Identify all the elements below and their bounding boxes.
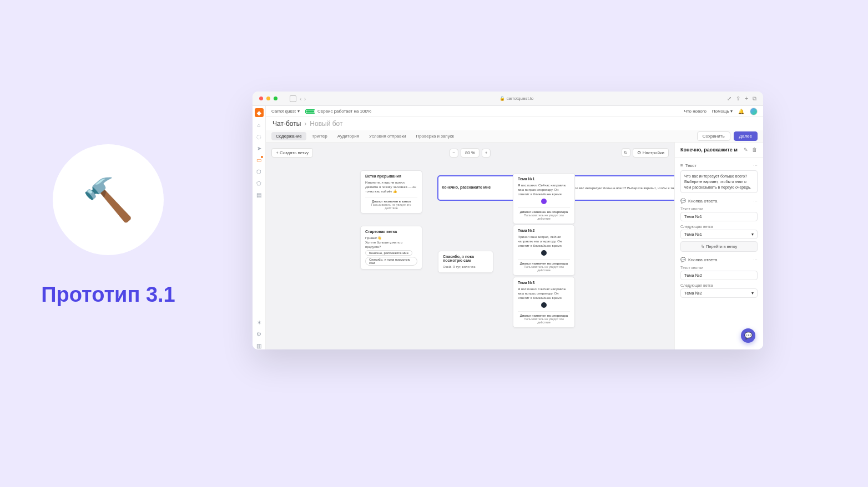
traffic-max-icon[interactable] bbox=[274, 97, 277, 100]
delete-icon[interactable]: 🗑 bbox=[752, 147, 758, 153]
nav-back-icon[interactable]: ‹ bbox=[300, 95, 302, 102]
traffic-close-icon[interactable] bbox=[259, 97, 263, 100]
inspector-body: ≡ Текст ⋯ Что вас интересует больше всег… bbox=[675, 158, 763, 349]
tab-review[interactable]: Проверка и запуск bbox=[412, 132, 459, 140]
next-branch-select[interactable]: Тема №2 ▾ bbox=[680, 288, 758, 298]
notifications-icon[interactable]: 🔔 bbox=[738, 109, 744, 114]
chat-fab-button[interactable]: 💬 bbox=[741, 328, 755, 343]
section-text: ≡ Текст ⋯ Что вас интересует больше всег… bbox=[680, 163, 758, 193]
node-body: Я вас понял. Сейчас направлю ваш вопрос … bbox=[518, 183, 570, 196]
node-body: Я вас понял. Сейчас направлю ваш вопрос … bbox=[518, 287, 570, 300]
answer-text-input[interactable] bbox=[680, 271, 758, 280]
reader-icon[interactable]: ⤢ bbox=[727, 95, 731, 102]
tab-trigger[interactable]: Триггер bbox=[307, 132, 332, 140]
node-title: Тема №3 bbox=[518, 281, 570, 285]
node-chip[interactable]: Конечно, расскажите мне bbox=[365, 250, 412, 256]
operator-avatar-icon bbox=[541, 250, 547, 256]
node-title: Ветка прерывания bbox=[365, 174, 417, 178]
zoom-out-button[interactable]: − bbox=[450, 149, 458, 158]
settings-button[interactable]: ⚙ Настройки bbox=[633, 148, 669, 158]
node-topic-2[interactable]: Тема №2 Принял ваш вопрос, сейчас направ… bbox=[513, 225, 575, 276]
inspector-header: Конечно, расскажите м ✎ 🗑 bbox=[675, 143, 763, 158]
section-answer-2: 💬 Кнопка ответа ⋯ Текст кнопки Следующая… bbox=[680, 257, 758, 298]
tab-audience[interactable]: Аудитория bbox=[333, 132, 364, 140]
inspector-panel: Конечно, расскажите м ✎ 🗑 ≡ Текст ⋯ bbox=[674, 143, 763, 349]
chevron-down-icon: ▾ bbox=[297, 109, 300, 114]
node-chip[interactable]: Спасибо, я пока посмотрю сам bbox=[365, 257, 417, 266]
text-value[interactable]: Что вас интересует больше всего? Выберит… bbox=[680, 170, 758, 193]
section-label: Кнопка ответа bbox=[688, 199, 718, 204]
url-bar[interactable]: 🔒 carrotquest.io bbox=[309, 96, 724, 101]
section-label: Кнопка ответа bbox=[688, 257, 718, 262]
section-answer-1: 💬 Кнопка ответа ⋯ Текст кнопки Следующая… bbox=[680, 199, 758, 252]
workspace-name: Carrot quest bbox=[271, 109, 296, 114]
tabs-icon[interactable]: ⧉ bbox=[753, 95, 756, 102]
rail-users-icon[interactable]: ◌ bbox=[255, 133, 263, 140]
refresh-button[interactable]: ↻ bbox=[622, 148, 630, 157]
node-interrupt[interactable]: Ветка прерывания Извините, я вас не поня… bbox=[360, 170, 422, 214]
node-meta: Диалог назначен на оператора Пользовател… bbox=[518, 311, 570, 324]
service-status: Сервис работает на 100% bbox=[305, 109, 371, 114]
chat-icon: 💬 bbox=[744, 332, 753, 339]
section-more-icon[interactable]: ⋯ bbox=[753, 163, 758, 168]
nav-fwd-icon[interactable]: › bbox=[304, 95, 306, 102]
rail-send-icon[interactable]: ➤ bbox=[255, 144, 263, 152]
tab-row: Содержание Триггер Аудитория Условия отп… bbox=[266, 130, 763, 143]
user-avatar[interactable] bbox=[750, 108, 758, 115]
rail-chats-icon[interactable]: ▭ bbox=[255, 156, 263, 164]
node-title: Стартовая ветка bbox=[365, 230, 417, 234]
section-label: Текст bbox=[685, 163, 697, 168]
nav-rail: ◆ ⌂ ◌ ➤ ▭ ⬡ ⬠ ▤ ✶ ⚙ ▥ bbox=[253, 106, 266, 349]
node-topic-3[interactable]: Тема №3 Я вас понял. Сейчас направлю ваш… bbox=[513, 277, 575, 328]
app-topbar: Carrot quest ▾ Сервис работает на 100% Ч… bbox=[266, 106, 763, 117]
rail-data-icon[interactable]: ▥ bbox=[255, 342, 263, 349]
node-topic-1[interactable]: Тема №1 Я вас понял. Сейчас направлю ваш… bbox=[513, 173, 575, 224]
rail-knowledge-icon[interactable]: ⬠ bbox=[255, 179, 263, 187]
create-branch-button[interactable]: + Создать ветку bbox=[271, 148, 313, 158]
node-title: Конечно, расскажите мне bbox=[442, 185, 491, 189]
sidebar-toggle-icon[interactable] bbox=[290, 95, 296, 102]
rail-bot-icon[interactable]: ⬡ bbox=[255, 168, 263, 175]
share-icon[interactable]: ⇪ bbox=[736, 95, 740, 102]
intro-emoji-circle: 🔨 bbox=[53, 144, 164, 255]
node-start[interactable]: Стартовая ветка Привет!👋 Хотите больше у… bbox=[360, 226, 422, 270]
reply-icon: 💬 bbox=[680, 199, 686, 204]
edit-icon[interactable]: ✎ bbox=[744, 147, 749, 153]
zoom-in-button[interactable]: + bbox=[482, 149, 491, 158]
node-meta: Диалог назначен на оператора Пользовател… bbox=[518, 207, 570, 220]
node-meta: Диалог назначен на оператора Пользовател… bbox=[518, 259, 570, 272]
breadcrumb-current: Новый бот bbox=[310, 120, 342, 128]
answer-text-input[interactable] bbox=[680, 212, 758, 221]
rail-settings-icon[interactable]: ⚙ bbox=[255, 330, 263, 338]
lock-icon: 🔒 bbox=[499, 96, 505, 101]
tab-content[interactable]: Содержание bbox=[271, 132, 306, 140]
field-label: Текст кнопки bbox=[680, 207, 758, 211]
intro-title: Прототип 3.1 bbox=[25, 283, 191, 307]
rail-addon-icon[interactable]: ✶ bbox=[255, 318, 263, 326]
save-button[interactable]: Сохранить bbox=[697, 131, 730, 141]
node-body: Окей. Я тут, если что bbox=[443, 265, 488, 269]
section-more-icon[interactable]: ⋯ bbox=[753, 257, 758, 262]
workspace-switcher[interactable]: Carrot quest ▾ bbox=[271, 109, 300, 114]
reply-icon: 💬 bbox=[680, 257, 686, 262]
url-text: carrotquest.io bbox=[507, 96, 533, 101]
intro-panel: 🔨 Прототип 3.1 bbox=[25, 144, 191, 307]
section-more-icon[interactable]: ⋯ bbox=[753, 199, 758, 204]
app-logo-icon[interactable]: ◆ bbox=[255, 108, 264, 117]
new-tab-icon[interactable]: + bbox=[745, 95, 748, 102]
whats-new-link[interactable]: Что нового bbox=[684, 109, 706, 114]
next-branch-select[interactable]: Тема №1 ▾ bbox=[680, 230, 758, 239]
node-browse[interactable]: Спасибо, я пока посмотрю сам Окей. Я тут… bbox=[438, 251, 493, 273]
zoom-level[interactable]: 80 % bbox=[461, 148, 480, 158]
tab-conditions[interactable]: Условия отправки bbox=[365, 132, 410, 140]
rail-reports-icon[interactable]: ▤ bbox=[255, 191, 263, 199]
field-label: Текст кнопки bbox=[680, 266, 758, 270]
help-menu[interactable]: Помощь ▾ bbox=[712, 109, 733, 114]
rail-home-icon[interactable]: ⌂ bbox=[255, 121, 263, 129]
status-text: Сервис работает на 100% bbox=[317, 109, 371, 114]
breadcrumb-root[interactable]: Чат-боты bbox=[272, 120, 301, 128]
next-button[interactable]: Далее bbox=[734, 131, 758, 141]
canvas[interactable]: + Создать ветку − 80 % + ↻ ⚙ Настройки bbox=[266, 143, 674, 349]
traffic-min-icon[interactable] bbox=[266, 97, 270, 100]
goto-branch-button[interactable]: ↳ Перейти в ветку bbox=[680, 241, 758, 252]
